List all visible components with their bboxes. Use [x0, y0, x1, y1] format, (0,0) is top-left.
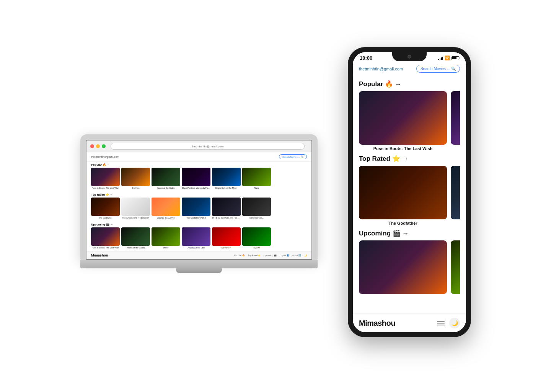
list-item[interactable]: The Godfather: [359, 166, 447, 225]
list-item[interactable]: Cuando Sea Joven: [152, 198, 180, 219]
phone-app-header: thetminhtin@gmail.com Search Movies ... …: [353, 62, 466, 76]
movie-title: Scream VI: [212, 247, 241, 249]
signal-icon: [438, 56, 443, 60]
movie-title: The Godfather: [359, 221, 447, 225]
laptop-upcoming-title: Upcoming 🎬 →: [86, 221, 311, 227]
movie-title: Knock at the Cabin: [121, 247, 150, 249]
browser-chrome: thetminhtin@gmail.com: [86, 140, 311, 152]
movie-title: The Godfather Part II: [182, 217, 210, 219]
movie-title: Plane: [242, 187, 271, 189]
theme-toggle-button[interactable]: 🌙: [449, 318, 460, 328]
laptop-base: [80, 260, 318, 268]
movie-title: A Man Called Otto: [182, 247, 210, 249]
movie-title: Shark Side of the Moon: [212, 187, 241, 189]
movie-title: Plane: [152, 247, 180, 249]
laptop-toprated-title: Top Rated ⭐ →: [86, 191, 311, 198]
maximize-dot[interactable]: [102, 144, 106, 148]
list-item[interactable]: [451, 91, 460, 151]
movie-title: ROAM: [242, 247, 271, 249]
url-bar[interactable]: thetminhtin@gmail.com: [111, 143, 305, 150]
nav-popular[interactable]: Popular 🔥: [234, 254, 245, 256]
phone-status-icons: 🛜: [438, 56, 459, 60]
movie-title: Knock at the Cabin: [152, 187, 180, 189]
list-item[interactable]: Die Hart: [121, 168, 150, 189]
list-item[interactable]: Scream VI: [212, 227, 241, 249]
movie-title: Schindler's Li...: [242, 217, 271, 219]
laptop-stand: [176, 268, 222, 273]
phone-status-bar: 10:00 🛜: [353, 52, 466, 62]
list-item[interactable]: The Godfather Part II: [182, 198, 210, 219]
phone-time: 10:00: [360, 55, 372, 61]
list-item[interactable]: Puss in Boots: The Last Wish: [91, 227, 120, 249]
list-item[interactable]: Plane: [152, 227, 180, 249]
battery-icon: [452, 56, 459, 60]
movie-title: The Shawshank Redemption: [121, 217, 150, 219]
phone-content: Popular 🔥 → Puss in Boots: The Last Wish…: [353, 76, 466, 314]
phone-footer-icons: 🌙: [437, 318, 460, 328]
list-item[interactable]: Puss in Boots: The Last Wish: [359, 91, 447, 151]
movie-title: Cuando Sea Joven: [152, 217, 180, 219]
list-item[interactable]: Schindler's Li...: [242, 198, 271, 219]
laptop-device: thetminhtin@gmail.com thetminhtin@gmail.…: [80, 134, 318, 273]
phone-search-button[interactable]: Search Movies ... 🔍: [416, 65, 460, 73]
movie-title: Black Panther: Wakanda Forever: [182, 187, 210, 189]
phone-notch: [392, 52, 427, 61]
phone-footer: Mimashou 🌙: [353, 314, 466, 332]
phone-toprated-row: The Godfather: [359, 166, 460, 225]
laptop-footer: Mimashou Popular 🔥 Top Rated ⭐ Upcoming …: [86, 251, 311, 259]
list-item[interactable]: The Boy, the Mole, the Fox and the Horse: [212, 198, 241, 219]
phone-device: 10:00 🛜: [348, 47, 471, 337]
laptop-search-button[interactable]: Search Movies ... 🔍: [279, 154, 307, 159]
laptop-upcoming-row: Puss in Boots: The Last Wish Knock at th…: [86, 227, 311, 251]
movie-title: Puss in Boots: The Last Wish: [91, 247, 120, 249]
phone-upcoming-title: Upcoming 🎬 →: [359, 225, 460, 240]
laptop-popular-title: Popular 🔥 →: [86, 162, 311, 168]
list-item[interactable]: Knock at the Cabin: [152, 168, 180, 189]
list-item[interactable]: [451, 166, 460, 225]
phone-popular-title: Popular 🔥 →: [359, 76, 460, 91]
laptop-toprated-row: The Godfather The Shawshank Redemption C…: [86, 198, 311, 221]
laptop-app-header: thetminhtin@gmail.com Search Movies ... …: [86, 152, 311, 162]
list-item[interactable]: Knock at the Cabin: [121, 227, 150, 249]
list-item[interactable]: Shark Side of the Moon: [212, 168, 241, 189]
movie-title: The Boy, the Mole, the Fox and the Horse: [212, 217, 241, 219]
list-item[interactable]: The Godfather: [91, 198, 120, 219]
phone-popular-row: Puss in Boots: The Last Wish: [359, 91, 460, 151]
phone-email[interactable]: thetminhtin@gmail.com: [359, 67, 403, 71]
minimize-dot[interactable]: [96, 144, 100, 148]
movie-title: Puss in Boots: The Last Wish: [91, 187, 120, 189]
nav-upcoming[interactable]: Upcoming 🎬: [264, 254, 276, 256]
phone-toprated-title: Top Rated ⭐ →: [359, 151, 460, 166]
laptop-popular-row: Puss in Boots: The Last Wish Die Hart Kn…: [86, 168, 311, 191]
list-item[interactable]: Puss in Boots: The Last Wish: [91, 168, 120, 189]
list-item[interactable]: ROAM: [242, 227, 271, 249]
wifi-icon: 🛜: [445, 56, 450, 60]
list-item[interactable]: The Shawshank Redemption: [121, 198, 150, 219]
list-item[interactable]: [451, 240, 460, 294]
movie-title: The Godfather: [91, 217, 120, 219]
nav-theme[interactable]: 🌙: [304, 254, 307, 256]
list-item[interactable]: Black Panther: Wakanda Forever: [182, 168, 210, 189]
list-item[interactable]: Plane: [242, 168, 271, 189]
nav-about[interactable]: About ℹ️: [292, 254, 301, 256]
phone-upcoming-row: [359, 240, 460, 294]
list-item[interactable]: A Man Called Otto: [182, 227, 210, 249]
list-item[interactable]: [359, 240, 447, 294]
hamburger-icon[interactable]: [437, 321, 445, 325]
nav-logout[interactable]: Logout 👤: [280, 254, 289, 256]
laptop-brand: Mimashou: [91, 253, 108, 257]
close-dot[interactable]: [90, 144, 94, 148]
laptop-nav: Popular 🔥 Top Rated ⭐ Upcoming 🎬 Logout …: [234, 254, 307, 256]
movie-title: Die Hart: [121, 187, 150, 189]
phone-brand: Mimashou: [359, 319, 395, 328]
phone-camera: [408, 55, 411, 59]
laptop-email: thetminhtin@gmail.com: [91, 155, 119, 158]
movie-title: Puss in Boots: The Last Wish: [359, 146, 447, 151]
nav-toprated[interactable]: Top Rated ⭐: [248, 254, 261, 256]
